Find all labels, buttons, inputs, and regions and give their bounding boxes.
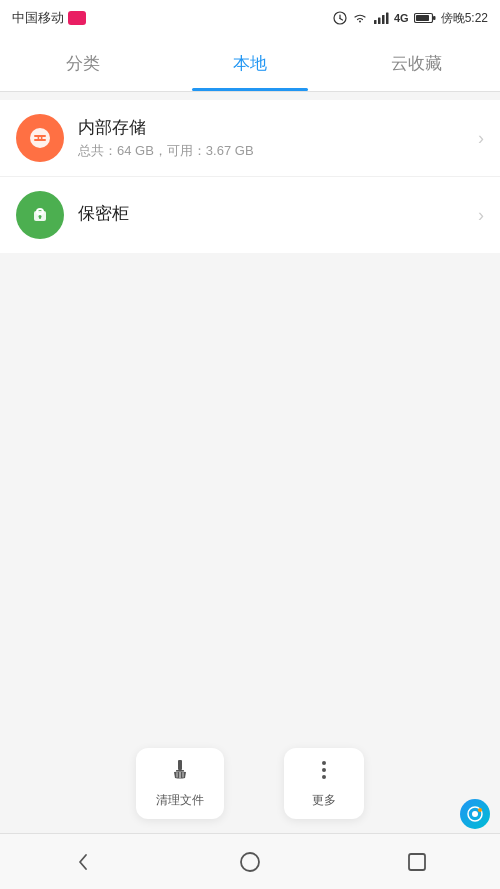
- svg-rect-6: [386, 13, 389, 25]
- svg-point-27: [241, 853, 259, 871]
- svg-rect-19: [178, 760, 182, 770]
- safe-box-icon: [16, 191, 64, 239]
- carrier-icon: [68, 11, 86, 25]
- svg-point-25: [322, 768, 326, 772]
- clock-icon: [333, 11, 347, 25]
- svg-rect-4: [378, 18, 381, 25]
- svg-rect-5: [382, 15, 385, 24]
- network-type: 4G: [394, 12, 409, 24]
- svg-point-26: [322, 775, 326, 779]
- tab-local[interactable]: 本地: [167, 36, 334, 91]
- safe-box-title: 保密柜: [78, 202, 478, 225]
- nav-recent-button[interactable]: [387, 842, 447, 882]
- signal-icon: [373, 12, 389, 24]
- safe-box-arrow: ›: [478, 205, 484, 226]
- more-label: 更多: [312, 792, 336, 809]
- internal-storage-subtitle: 总共：64 GB，可用：3.67 GB: [78, 142, 478, 160]
- svg-point-31: [478, 808, 482, 812]
- nav-home-button[interactable]: [220, 842, 280, 882]
- battery-icon: [414, 12, 436, 24]
- toolbar-clean-files[interactable]: 清理文件: [136, 748, 224, 819]
- list-item-internal-storage[interactable]: 内部存储 总共：64 GB，可用：3.67 GB ›: [0, 100, 500, 177]
- svg-rect-8: [416, 15, 429, 21]
- tab-bar: 分类 本地 云收藏: [0, 36, 500, 92]
- svg-rect-3: [374, 20, 377, 24]
- watermark-logo: [460, 799, 490, 829]
- svg-point-30: [472, 811, 478, 817]
- list-item-safe-box[interactable]: 保密柜 ›: [0, 177, 500, 253]
- clean-files-icon: [168, 758, 192, 788]
- time-display: 傍晚5:22: [441, 10, 488, 27]
- internal-storage-icon: [16, 114, 64, 162]
- internal-storage-title: 内部存储: [78, 116, 478, 139]
- svg-point-14: [39, 137, 41, 139]
- navigation-bar: [0, 833, 500, 889]
- tab-category[interactable]: 分类: [0, 36, 167, 91]
- wifi-icon: [352, 12, 368, 24]
- carrier-label: 中国移动: [12, 9, 64, 27]
- internal-storage-text: 内部存储 总共：64 GB，可用：3.67 GB: [78, 116, 478, 160]
- watermark: [460, 799, 490, 829]
- bottom-toolbar: 清理文件 更多: [0, 738, 500, 829]
- status-right: 4G 傍晚5:22: [333, 10, 488, 27]
- svg-point-24: [322, 761, 326, 765]
- safe-box-text: 保密柜: [78, 202, 478, 228]
- internal-storage-arrow: ›: [478, 128, 484, 149]
- nav-back-button[interactable]: [53, 842, 113, 882]
- status-bar: 中国移动 4G 傍晚5:22: [0, 0, 500, 36]
- svg-line-2: [340, 19, 343, 21]
- svg-rect-28: [409, 854, 425, 870]
- svg-rect-20: [176, 770, 184, 772]
- status-left: 中国移动: [12, 9, 86, 27]
- svg-rect-18: [39, 217, 41, 220]
- svg-rect-9: [433, 16, 436, 20]
- more-icon: [312, 758, 336, 788]
- toolbar-more[interactable]: 更多: [284, 748, 364, 819]
- file-list: 内部存储 总共：64 GB，可用：3.67 GB › 保密柜 ›: [0, 100, 500, 253]
- tab-cloud[interactable]: 云收藏: [333, 36, 500, 91]
- clean-files-label: 清理文件: [156, 792, 204, 809]
